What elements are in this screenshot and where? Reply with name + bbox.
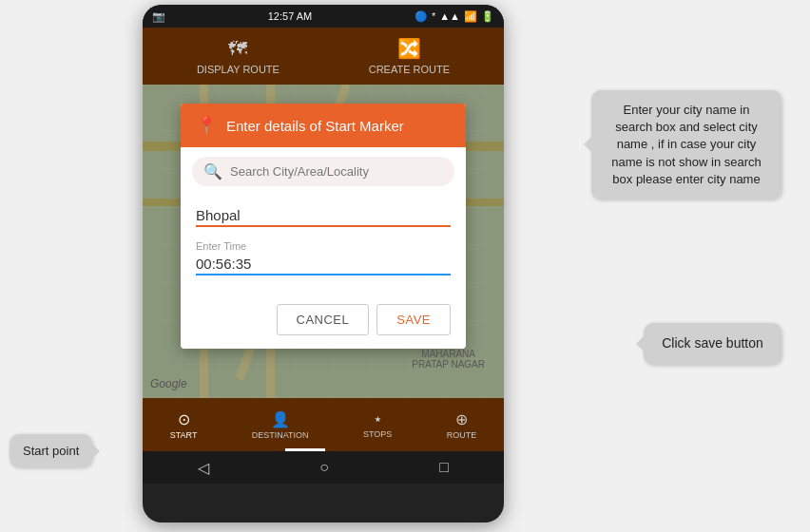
recents-button[interactable]: □ [439, 459, 449, 476]
phone-frame: 📷 12:57 AM 🔵 * ▲▲ 📶 🔋 🗺 DISPLAY ROUTE 🔀 … [143, 5, 504, 522]
google-label: Google [150, 377, 187, 390]
stops-label: STOPS [363, 429, 392, 439]
top-nav: 🗺 DISPLAY ROUTE 🔀 CREATE ROUTE [143, 28, 504, 85]
destination-label: DESTINATION [252, 430, 309, 440]
create-route-icon: 🔀 [397, 37, 421, 60]
area-label: MAHARANAPRATAP NAGAR [412, 349, 485, 370]
route-icon: ⊕ [455, 410, 468, 428]
callout-save-text: Click save button [662, 335, 763, 351]
callout-start: Start point [10, 434, 92, 467]
map-area: 📍 Enter details of Start Marker 🔍 Enter … [143, 85, 504, 398]
callout-start-text: Start point [23, 444, 79, 458]
search-icon: 🔍 [203, 162, 222, 180]
destination-icon: 👤 [271, 410, 290, 428]
start-label: START [170, 430, 198, 440]
stops-icon: ⭑ [375, 410, 381, 428]
status-time: 12:57 AM [268, 10, 312, 22]
back-button[interactable]: ◁ [198, 459, 209, 477]
create-route-nav[interactable]: 🔀 CREATE ROUTE [369, 37, 450, 75]
start-icon: ⊙ [178, 410, 190, 428]
time-field-group: Enter Time [196, 240, 451, 276]
active-underline [285, 448, 325, 451]
modal-body: Enter Time [181, 196, 466, 304]
save-button[interactable]: SAVE [376, 304, 451, 335]
callout-save: Click save button [644, 323, 781, 365]
city-input[interactable] [196, 205, 451, 227]
bottom-nav-stops[interactable]: ⭑ STOPS [363, 410, 392, 439]
cancel-button[interactable]: CANCEL [277, 304, 370, 335]
search-input[interactable] [230, 164, 443, 179]
system-nav: ◁ ○ □ [143, 451, 504, 484]
status-icons-left: 📷 [152, 10, 165, 23]
bottom-nav-route[interactable]: ⊕ ROUTE [447, 410, 477, 440]
home-button[interactable]: ○ [319, 459, 329, 476]
modal-title: Enter details of Start Marker [226, 118, 404, 134]
callout-search: Enter your city name in search box and s… [591, 90, 781, 200]
callout-search-text: Enter your city name in search box and s… [611, 103, 762, 186]
status-bar: 📷 12:57 AM 🔵 * ▲▲ 📶 🔋 [143, 5, 504, 28]
modal-search-container[interactable]: 🔍 [192, 157, 454, 186]
display-route-icon: 🗺 [228, 38, 247, 60]
city-field-group [196, 205, 451, 227]
pin-icon: 📍 [196, 115, 217, 136]
bottom-nav-destination[interactable]: 👤 DESTINATION [252, 410, 309, 440]
display-route-label: DISPLAY ROUTE [197, 64, 280, 75]
modal-card: 📍 Enter details of Start Marker 🔍 Enter … [181, 104, 466, 349]
bottom-nav-start[interactable]: ⊙ START [170, 410, 198, 440]
display-route-nav[interactable]: 🗺 DISPLAY ROUTE [197, 38, 280, 75]
modal-actions: CANCEL SAVE [181, 304, 466, 349]
time-label: Enter Time [196, 240, 451, 252]
create-route-label: CREATE ROUTE [369, 64, 450, 75]
modal-header: 📍 Enter details of Start Marker [181, 104, 466, 147]
time-input[interactable] [196, 254, 451, 276]
status-icons-right: 🔵 * ▲▲ 📶 🔋 [415, 10, 494, 23]
route-label: ROUTE [447, 430, 477, 440]
bottom-nav: ⊙ START 👤 DESTINATION ⭑ STOPS ⊕ ROUTE [143, 398, 504, 451]
